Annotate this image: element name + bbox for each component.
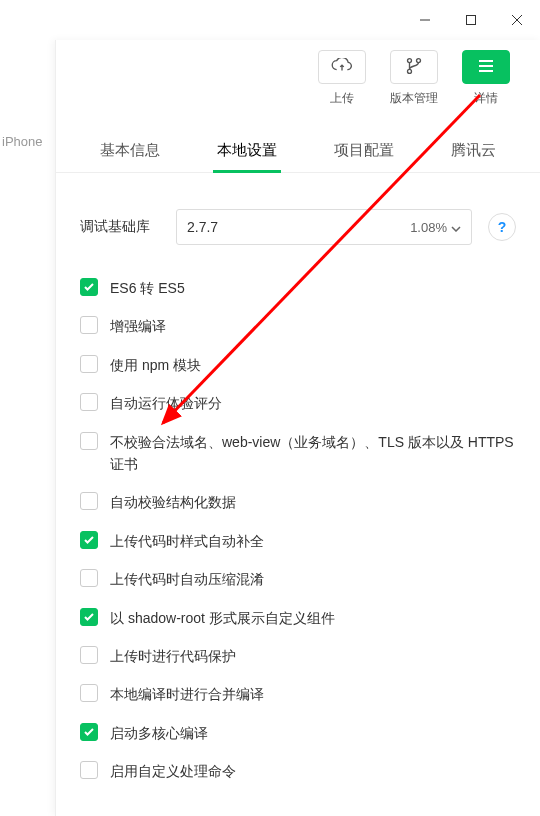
option-checkbox[interactable] [80,569,98,587]
option-label: 增强编译 [110,315,166,337]
option-label: 启用自定义处理命令 [110,760,236,782]
chevron-down-icon [451,220,461,235]
option-label: 使用 npm 模块 [110,354,201,376]
option-row: 增强编译 [80,307,516,345]
option-checkbox[interactable] [80,684,98,702]
option-checkbox[interactable] [80,278,98,296]
version-label: 版本管理 [390,90,438,107]
option-row: 启用自定义处理命令 [80,752,516,790]
option-row: 使用 npm 模块 [80,346,516,384]
tab-tencent-cloud[interactable]: 腾讯云 [447,133,500,172]
option-row: ES6 转 ES5 [80,269,516,307]
option-checkbox[interactable] [80,531,98,549]
svg-point-5 [417,58,421,62]
settings-panel: 上传 版本管理 详情 基本信息 本地设置 项目配置 腾讯云 调试基础库 [55,40,540,816]
debug-lib-select[interactable]: 2.7.7 1.08% [176,209,472,245]
option-checkbox[interactable] [80,646,98,664]
option-label: 以 shadow-root 形式展示自定义组件 [110,607,335,629]
version-button[interactable]: 版本管理 [390,50,438,107]
option-checkbox[interactable] [80,492,98,510]
option-row: 自动运行体验评分 [80,384,516,422]
option-row: 本地编译时进行合并编译 [80,675,516,713]
menu-icon [477,59,495,76]
option-label: ES6 转 ES5 [110,277,185,299]
branch-icon [405,57,423,78]
debug-lib-label: 调试基础库 [80,218,160,236]
option-row: 以 shadow-root 形式展示自定义组件 [80,599,516,637]
option-label: 自动校验结构化数据 [110,491,236,513]
svg-point-6 [408,69,412,73]
option-label: 上传代码时自动压缩混淆 [110,568,264,590]
option-row: 启动多核心编译 [80,714,516,752]
detail-button[interactable]: 详情 [462,50,510,107]
option-row: 自动校验结构化数据 [80,483,516,521]
detail-label: 详情 [474,90,498,107]
option-row: 上传时进行代码保护 [80,637,516,675]
upload-button[interactable]: 上传 [318,50,366,107]
option-checkbox[interactable] [80,723,98,741]
option-row: 上传代码时样式自动补全 [80,522,516,560]
help-button[interactable]: ? [488,213,516,241]
option-row: 上传代码时自动压缩混淆 [80,560,516,598]
svg-point-4 [408,58,412,62]
option-checkbox[interactable] [80,355,98,373]
option-label: 自动运行体验评分 [110,392,222,414]
minimize-button[interactable] [402,0,448,40]
option-label: 上传时进行代码保护 [110,645,236,667]
option-label: 上传代码时样式自动补全 [110,530,264,552]
option-label: 不校验合法域名、web-view（业务域名）、TLS 版本以及 HTTPS 证书 [110,431,516,476]
option-label: 启动多核心编译 [110,722,208,744]
tab-local-settings[interactable]: 本地设置 [213,133,281,172]
tab-basic-info[interactable]: 基本信息 [96,133,164,172]
tab-project-config[interactable]: 项目配置 [330,133,398,172]
device-label: iPhone [0,130,44,153]
option-checkbox[interactable] [80,432,98,450]
option-checkbox[interactable] [80,608,98,626]
cloud-upload-icon [331,58,353,77]
debug-lib-version: 2.7.7 [187,219,218,235]
option-row: 不校验合法域名、web-view（业务域名）、TLS 版本以及 HTTPS 证书 [80,423,516,484]
option-checkbox[interactable] [80,316,98,334]
maximize-button[interactable] [448,0,494,40]
option-checkbox[interactable] [80,393,98,411]
svg-rect-1 [467,16,476,25]
upload-label: 上传 [330,90,354,107]
debug-lib-percent: 1.08% [410,220,447,235]
option-checkbox[interactable] [80,761,98,779]
option-label: 本地编译时进行合并编译 [110,683,264,705]
close-button[interactable] [494,0,540,40]
